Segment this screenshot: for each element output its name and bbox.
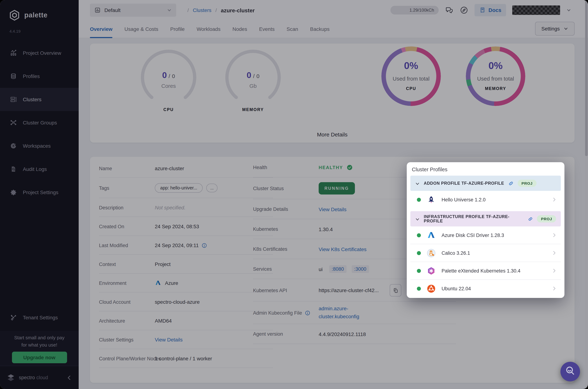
pack-name: Calico 3.26.1 <box>442 250 470 256</box>
cluster-profiles-popup: Cluster Profiles ADDON PROFILE TF-AZURE-… <box>407 162 564 298</box>
profile-pack-row-palette-extended-kubernetes-1-30-4[interactable]: Palette eXtended Kubernetes 1.30.4 <box>410 262 561 280</box>
profile-pack-row-azure-disk-csi-driver-1-28-3[interactable]: Azure Disk CSI Driver 1.28.3 <box>410 227 561 244</box>
search-icon <box>565 365 576 378</box>
azure-icon <box>427 231 436 240</box>
profile-pack-row-hello-universe-1-2-0[interactable]: Hello Universe 1.2.0 <box>410 191 561 208</box>
chevron-right-icon <box>551 232 557 238</box>
chevron-right-icon <box>551 286 557 292</box>
link-icon <box>528 216 533 222</box>
pack-status-dot <box>417 269 421 273</box>
ubuntu-icon <box>427 284 436 293</box>
chevron-right-icon <box>551 268 557 274</box>
scope-badge: PROJ <box>517 180 536 187</box>
pack-name: Hello Universe 1.2.0 <box>442 197 486 202</box>
link-icon <box>508 181 513 186</box>
popup-title: Cluster Profiles <box>412 166 561 172</box>
profile-section-title: INFRASTRUCTURE PROFILE TF-AZURE-PROFILE <box>424 214 524 223</box>
scope-badge: PROJ <box>537 215 556 223</box>
pack-name: Ubuntu 22.04 <box>442 286 471 291</box>
chevron-down-icon <box>415 181 420 186</box>
pack-status-dot <box>417 251 421 255</box>
profile-section-addon-profile-tf-azure-profile[interactable]: ADDON PROFILE TF-AZURE-PROFILEPROJ <box>410 176 561 191</box>
popup-body: ADDON PROFILE TF-AZURE-PROFILEPROJHello … <box>410 176 561 297</box>
profile-section-infrastructure-profile-tf-azure-profile[interactable]: INFRASTRUCTURE PROFILE TF-AZURE-PROFILEP… <box>410 211 561 227</box>
pxk-icon <box>427 266 436 275</box>
chevron-down-icon <box>415 216 420 221</box>
chevron-right-icon <box>551 197 557 202</box>
profile-pack-row-calico-3-26-1[interactable]: Calico 3.26.1 <box>410 244 561 262</box>
profile-pack-row-ubuntu-22-04[interactable]: Ubuntu 22.04 <box>410 280 561 297</box>
pack-status-dot <box>417 287 421 291</box>
calico-icon <box>427 248 436 258</box>
profile-section-title: ADDON PROFILE TF-AZURE-PROFILE <box>424 181 504 185</box>
screen: palette 4.4.19 Project OverviewProfilesC… <box>0 0 588 389</box>
hello-universe-icon <box>427 195 436 204</box>
pack-name: Palette eXtended Kubernetes 1.30.4 <box>442 268 520 273</box>
chevron-right-icon <box>551 250 557 256</box>
pack-name: Azure Disk CSI Driver 1.28.3 <box>442 232 504 238</box>
pack-status-dot <box>417 233 421 237</box>
search-fab-button[interactable] <box>560 362 580 381</box>
palette-app-window: palette 4.4.19 Project OverviewProfilesC… <box>0 0 588 389</box>
pack-status-dot <box>417 197 421 202</box>
